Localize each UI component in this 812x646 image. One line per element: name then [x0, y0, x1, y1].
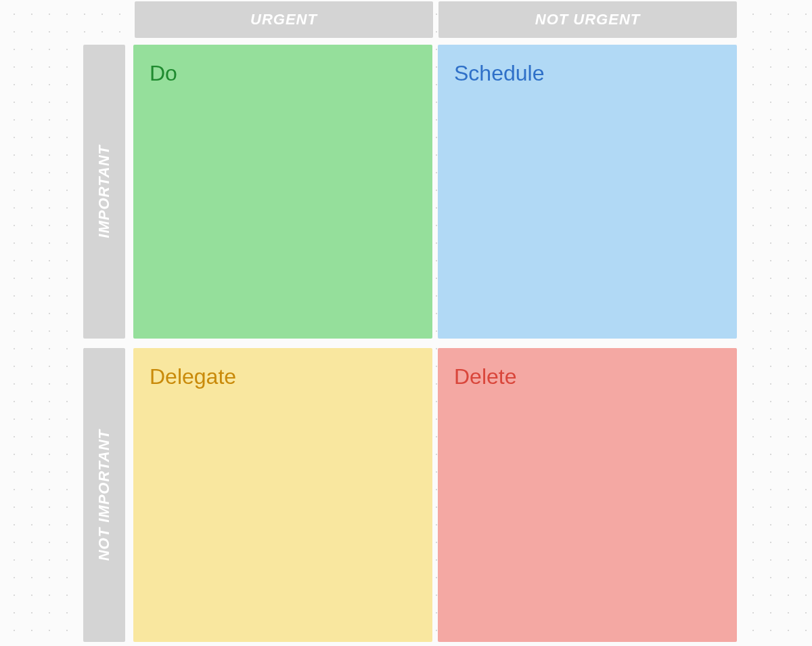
- quadrant-schedule[interactable]: Schedule: [438, 45, 737, 339]
- column-header-label: URGENT: [250, 11, 317, 28]
- quadrant-title: Delegate: [150, 364, 416, 389]
- matrix-body: IMPORTANT Do Schedule NOT IMPORTANT Dele…: [83, 45, 737, 642]
- quadrant-title: Delete: [454, 364, 721, 389]
- matrix-row-important: IMPORTANT Do Schedule: [83, 45, 737, 339]
- quadrant-title: Do: [150, 61, 416, 86]
- quadrant-title: Schedule: [454, 61, 721, 86]
- matrix-row-not-important: NOT IMPORTANT Delegate Delete: [83, 348, 737, 642]
- eisenhower-matrix: URGENT NOT URGENT IMPORTANT Do Schedule …: [83, 1, 737, 642]
- row-header-label: NOT IMPORTANT: [95, 429, 113, 561]
- row-header-not-important: NOT IMPORTANT: [83, 348, 125, 642]
- quadrant-do[interactable]: Do: [133, 45, 432, 339]
- column-header-urgent: URGENT: [135, 1, 433, 38]
- quadrant-delete[interactable]: Delete: [438, 348, 737, 642]
- column-headers: URGENT NOT URGENT: [135, 1, 737, 38]
- row-header-important: IMPORTANT: [83, 45, 125, 339]
- quadrant-delegate[interactable]: Delegate: [133, 348, 432, 642]
- column-header-not-urgent: NOT URGENT: [438, 1, 737, 38]
- column-header-label: NOT URGENT: [535, 11, 640, 28]
- row-header-label: IMPORTANT: [95, 145, 113, 238]
